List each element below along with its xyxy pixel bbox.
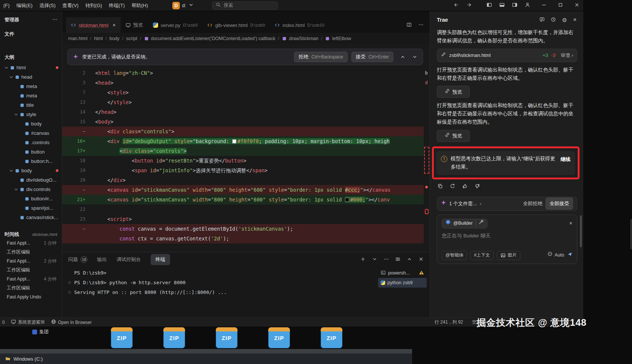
outline-item[interactable]: head bbox=[0, 72, 62, 82]
close-panel-icon[interactable]: × bbox=[573, 16, 577, 23]
outline-item[interactable]: .controls bbox=[0, 138, 62, 147]
code-line[interactable]: 22 bbox=[62, 204, 424, 214]
editor-tab[interactable]: server.pyD:\zsb9 bbox=[148, 17, 203, 33]
terminal[interactable]: PS D:\zsb9>PS D:\zsb9> python -m http.se… bbox=[62, 267, 430, 318]
code-line[interactable]: — <div class="controls"> bbox=[62, 127, 424, 136]
forward-button[interactable] bbox=[466, 2, 472, 9]
toggle-bottom-panel[interactable] bbox=[499, 2, 505, 9]
explorer-header[interactable]: 管理器 bbox=[4, 16, 19, 23]
explorer-drive-label[interactable]: Windows (C:) bbox=[13, 356, 43, 362]
search-input[interactable]: 搜索 bbox=[212, 1, 278, 10]
breadcrumb-item[interactable]: body bbox=[109, 36, 120, 41]
new-terminal-icon[interactable] bbox=[360, 257, 366, 262]
code-line[interactable]: 20 </div> bbox=[62, 175, 424, 185]
minimap[interactable]: b d bbox=[423, 68, 429, 88]
outline-item[interactable]: body bbox=[0, 166, 62, 175]
thumbs-up-icon[interactable] bbox=[462, 183, 468, 189]
terminal-process[interactable]: python zsb9 bbox=[378, 278, 427, 288]
outline-item[interactable]: canvas#stick... bbox=[0, 213, 62, 222]
code-line[interactable]: 13 </style> bbox=[62, 97, 424, 107]
more-actions-icon[interactable] bbox=[52, 17, 57, 22]
chat-chip[interactable]: #上下文 bbox=[470, 251, 494, 260]
changed-file-card[interactable]: zsb9\stickman.html +3 -3 审查› bbox=[437, 49, 577, 62]
menu-item[interactable]: 查看(V) bbox=[59, 2, 82, 9]
outline-item[interactable]: button:h... bbox=[0, 157, 62, 166]
thumbs-down-icon[interactable] bbox=[475, 183, 480, 189]
timeline-section-header[interactable]: 时间线 bbox=[4, 231, 19, 238]
new-chat-icon[interactable] bbox=[539, 17, 545, 22]
menu-item[interactable]: 转到(G) bbox=[82, 2, 106, 9]
open-in-browser[interactable]: Open In Browser bbox=[51, 319, 92, 325]
timeline-item[interactable]: Fast Appl...1 分钟 bbox=[0, 239, 62, 248]
outline-item[interactable]: button#r... bbox=[0, 194, 62, 203]
code-editor[interactable]: 变更已完成，请确认是否采纳。 拒绝 Ctrl+Backspace 接受 Ctrl… bbox=[62, 44, 430, 252]
outline-item[interactable]: button bbox=[0, 147, 62, 157]
zip-file-icon[interactable]: ZIP bbox=[216, 327, 238, 348]
scrollbar[interactable] bbox=[580, 215, 582, 247]
code-line[interactable]: 19 <span id="jointInfo">选择关节进行拖动调整</span… bbox=[62, 166, 424, 175]
chat-chip[interactable]: @智能体 bbox=[442, 251, 467, 260]
back-button[interactable] bbox=[454, 2, 459, 9]
code-line[interactable]: 18 <button id="resetBtn">重置姿势</button> bbox=[62, 156, 424, 166]
code-line[interactable]: const ctx = canvas.getContext('2d'); bbox=[62, 234, 424, 243]
preview-button[interactable]: 预览 bbox=[437, 130, 470, 142]
breadcrumb-item[interactable]: drawStickman bbox=[282, 36, 318, 41]
panel-tab[interactable]: 终端 bbox=[151, 254, 170, 265]
editor-tab[interactable]: glb-viewer.htmlD:\zsb9 bbox=[202, 17, 270, 33]
outline-item[interactable]: div#debugO... bbox=[0, 175, 62, 185]
cursor-position[interactable]: 行 241，列 92 bbox=[435, 319, 463, 325]
files-section-header[interactable]: 文件 bbox=[0, 30, 62, 38]
send-button[interactable] bbox=[567, 251, 572, 260]
timeline-item[interactable]: 工作区编辑 bbox=[0, 248, 62, 257]
code-line[interactable]: 15<body> bbox=[62, 117, 424, 127]
editor-tab[interactable]: 预览 bbox=[121, 17, 148, 33]
code-line[interactable]: 16+ <div id="debugOutput" style="backgro… bbox=[62, 136, 424, 146]
breadcrumb-item[interactable]: html bbox=[94, 36, 103, 41]
panel-tab[interactable]: 输出 bbox=[97, 256, 107, 263]
editor-tab[interactable]: stickman.html× bbox=[66, 17, 121, 33]
menu-item[interactable]: 选择(S) bbox=[36, 2, 59, 9]
outline-item[interactable]: meta bbox=[0, 82, 62, 91]
zip-file-icon[interactable]: ZIP bbox=[321, 327, 342, 348]
code-line[interactable]: 7 <style> bbox=[62, 88, 424, 97]
close-panel-icon[interactable] bbox=[418, 257, 424, 262]
timeline-item[interactable]: 工作区编辑 bbox=[0, 266, 62, 274]
outline-item[interactable]: span#joi... bbox=[0, 203, 62, 213]
more-actions-icon[interactable] bbox=[418, 22, 424, 27]
chat-chip[interactable]: 图片 bbox=[497, 251, 520, 260]
pending-files-label[interactable]: 1 个文件需... bbox=[449, 200, 477, 207]
timeline-item[interactable]: Fast Apply Undo bbox=[0, 292, 62, 301]
zip-file-icon[interactable]: ZIP bbox=[268, 327, 290, 348]
timeline-item[interactable]: Fast Appl...4 分钟 bbox=[0, 274, 62, 283]
menu-item[interactable]: 编辑(E) bbox=[13, 2, 36, 9]
panel-tab[interactable]: 调试控制台 bbox=[117, 256, 141, 263]
panel-tab[interactable]: 问题18 bbox=[68, 256, 87, 263]
menu-item[interactable]: 终端(T) bbox=[105, 2, 128, 9]
code-line[interactable]: 17+ <div class="controls"> bbox=[62, 146, 424, 156]
chat-input[interactable]: 您正在与 Builder 聊天 bbox=[442, 232, 572, 248]
close-icon[interactable]: × bbox=[569, 219, 572, 228]
account-button[interactable] bbox=[525, 2, 530, 9]
filter-icon[interactable] bbox=[395, 257, 400, 262]
resource-warning[interactable]: 系统资源紧张 bbox=[11, 319, 45, 325]
breadcrumb-item[interactable]: man.html bbox=[68, 36, 87, 41]
code-line[interactable]: 23 <script> bbox=[62, 214, 424, 224]
outline-item[interactable]: html bbox=[0, 63, 62, 72]
code-line[interactable]: 21+ <canvas id="stickmanCanvas" width="8… bbox=[62, 195, 424, 204]
breadcrumb-item[interactable]: script bbox=[126, 36, 137, 41]
timeline-item[interactable]: 工作区编辑 bbox=[0, 283, 62, 292]
zip-file-icon[interactable]: ZIP bbox=[163, 327, 185, 348]
outline-section-header[interactable]: 大纲 bbox=[0, 53, 62, 61]
minimize-button[interactable] bbox=[541, 2, 547, 9]
project-switcher[interactable]: D d: bbox=[172, 2, 194, 9]
agent-selector[interactable]: @Builder bbox=[442, 219, 487, 228]
accept-all-button[interactable]: 全部接受 bbox=[545, 197, 573, 210]
terminal-process[interactable]: powersh... bbox=[378, 268, 427, 278]
history-icon[interactable] bbox=[551, 17, 556, 22]
outline-item[interactable]: style bbox=[0, 110, 62, 119]
more-actions-icon[interactable] bbox=[384, 257, 389, 262]
reject-button[interactable]: 拒绝 Ctrl+Backspace bbox=[294, 52, 347, 62]
outline-item[interactable]: body bbox=[0, 119, 62, 128]
timeline-item[interactable]: Fast Appl...2 分钟 bbox=[0, 257, 62, 266]
chat-input-box[interactable]: @Builder × 您正在与 Builder 聊天 @智能体#上下文图片 Au… bbox=[437, 215, 577, 264]
